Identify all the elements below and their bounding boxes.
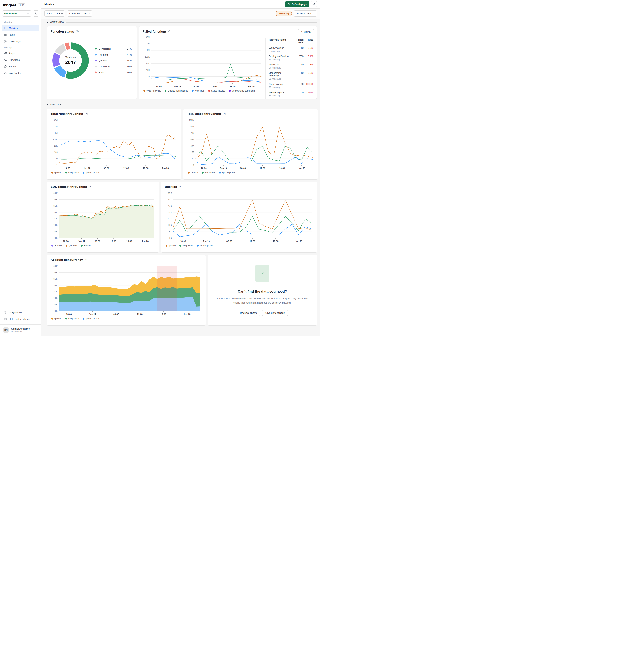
command-k-shortcut[interactable]: ⌘ K — [18, 3, 25, 7]
help-icon[interactable]: ? — [89, 186, 91, 188]
table-row[interactable]: Stripe invoice25 mins ago600.07% — [269, 83, 313, 88]
table-row[interactable]: Web Analytics35 mins ago501.67% — [269, 91, 313, 97]
request-charts-button[interactable]: Request charts — [237, 310, 260, 316]
refresh-icon — [288, 3, 290, 5]
company-name: Company name — [11, 327, 30, 330]
legend-item: Queued15% — [95, 59, 132, 62]
table-row[interactable]: Web Analytics5 mins ago100.5% — [269, 46, 313, 53]
svg-text:1M: 1M — [55, 132, 58, 134]
help-icon[interactable]: ? — [85, 113, 88, 115]
card-title: Function status — [50, 30, 74, 33]
backlog-card: Backlog? 35 K30 K25 K20 K15 K10 K5 K0 K1… — [161, 182, 317, 253]
environment-selector[interactable]: Production — [2, 10, 31, 17]
chart-legend: growthinngestbotgithub-pr-bot — [187, 171, 314, 174]
svg-text:5 K: 5 K — [55, 303, 58, 305]
webhooks-icon — [4, 72, 7, 75]
svg-text:100: 100 — [191, 151, 194, 153]
svg-text:25 K: 25 K — [168, 205, 172, 207]
svg-text:10: 10 — [55, 157, 58, 160]
legend-item: Completed24% — [95, 47, 132, 50]
total-runs-chart: 100M10M1M100K10K10010118:00Jun 1906:0012… — [50, 118, 177, 171]
legend-item: Web Analytics — [143, 89, 161, 92]
environment-filter-button[interactable] — [33, 10, 39, 17]
legend-item: growth — [51, 171, 61, 174]
main: Metrics Refresh page Apps All Functions — [42, 0, 320, 336]
svg-text:10: 10 — [192, 157, 194, 160]
help-icon[interactable]: ? — [85, 259, 87, 261]
backlog-chart: 35 K30 K25 K20 K15 K10 K5 K0 K18:00Jun 1… — [165, 191, 313, 244]
sidebar-item-apps[interactable]: Apps — [2, 50, 39, 56]
svg-text:10 K: 10 K — [53, 224, 58, 226]
svg-text:Jun 19: Jun 19 — [83, 167, 90, 170]
svg-text:06:00: 06:00 — [240, 167, 246, 170]
svg-text:100M: 100M — [53, 119, 58, 121]
sidebar-item-label: Metrics — [9, 27, 18, 29]
table-row[interactable]: Deploy notification10 mins ago7000.1% — [269, 55, 313, 61]
svg-text:Jun 19: Jun 19 — [220, 167, 227, 170]
time-range-selector[interactable]: 24 hours ago — [294, 10, 317, 17]
apps-filter-value: All — [57, 12, 60, 15]
app: inngest ⌘ K Production Monitor Metrics R… — [0, 0, 320, 336]
sidebar-item-events[interactable]: Events — [2, 63, 39, 70]
runs-icon — [4, 33, 7, 36]
page-title: Metrics — [44, 3, 54, 6]
svg-text:1: 1 — [193, 164, 194, 166]
chevron-down-icon — [61, 13, 63, 14]
svg-text:12:00: 12:00 — [211, 85, 217, 88]
failed-functions-chart: 100M10M1M100K10K10010118:00Jun 1906:0012… — [143, 35, 264, 89]
help-icon[interactable]: ? — [76, 30, 78, 33]
table-row[interactable]: Onboarding campaign22 mins ago100.5% — [269, 71, 313, 80]
help-icon[interactable]: ? — [223, 113, 226, 115]
plug-icon — [4, 311, 7, 314]
apps-filter[interactable]: Apps All — [44, 10, 65, 17]
sidebar-item-metrics[interactable]: Metrics — [2, 25, 39, 31]
svg-text:10 K: 10 K — [168, 224, 172, 226]
help-icon[interactable]: ? — [179, 186, 181, 188]
svg-text:0 K: 0 K — [55, 310, 58, 312]
view-all-button[interactable]: ↗ View all — [298, 29, 314, 34]
legend-item: Cancelled10% — [95, 65, 132, 68]
table-row[interactable]: New lead20 mins ago400.3% — [269, 63, 313, 69]
card-title: Account concurrency — [50, 258, 83, 262]
svg-text:100K: 100K — [189, 138, 194, 140]
svg-text:100K: 100K — [145, 56, 150, 58]
help-icon[interactable]: ? — [168, 30, 171, 33]
svg-text:0 K: 0 K — [55, 237, 58, 239]
functions-filter[interactable]: Functions All — [67, 10, 92, 17]
svg-text:0 K: 0 K — [169, 237, 172, 239]
environment-value: Production — [4, 12, 17, 15]
refresh-page-button[interactable]: Refresh page — [285, 1, 309, 7]
svg-text:1M: 1M — [191, 132, 194, 134]
svg-text:18:00: 18:00 — [64, 167, 70, 170]
svg-text:1: 1 — [57, 164, 58, 166]
legend-item: github-pr-bot — [83, 171, 99, 174]
svg-text:12:00: 12:00 — [137, 313, 143, 316]
svg-text:1M: 1M — [147, 49, 150, 51]
svg-text:06:00: 06:00 — [94, 240, 100, 243]
sidebar-item-event-logs[interactable]: Event logs — [2, 38, 39, 44]
sidebar-item-label: Runs — [9, 33, 15, 36]
collapse-triangle-icon: ▼ — [47, 104, 48, 105]
sidebar-item-webhooks[interactable]: Webhooks — [2, 70, 39, 76]
volume-section-header[interactable]: ▼ VOLUME — [47, 101, 317, 109]
sidebar-item-integrations[interactable]: Integrations — [2, 309, 39, 315]
svg-text:06:00: 06:00 — [193, 85, 199, 88]
section-label: OVERVIEW — [50, 21, 64, 24]
svg-text:10K: 10K — [146, 62, 150, 65]
svg-text:18:00: 18:00 — [63, 240, 69, 243]
account-switcher[interactable]: CN Company name User name — [0, 324, 41, 335]
svg-text:Jun 20: Jun 20 — [295, 240, 302, 243]
legend-item: github-pr-bot — [219, 171, 235, 174]
overview-section-header[interactable]: ▼ OVERVIEW — [47, 18, 317, 26]
function-status-card: Function status ? Total runs 2047 Comple… — [47, 26, 137, 99]
svg-text:1: 1 — [148, 82, 150, 84]
sidebar-item-help-feedback[interactable]: Help and feedback — [2, 316, 39, 322]
svg-text:18:00: 18:00 — [156, 85, 162, 88]
sidebar-item-functions[interactable]: Functions — [2, 57, 39, 63]
settings-button[interactable] — [311, 1, 317, 7]
give-feedback-button[interactable]: Give us feedback — [262, 310, 288, 316]
legend-item: inngestbot — [179, 244, 193, 247]
sidebar-item-runs[interactable]: Runs — [2, 31, 39, 38]
svg-text:12:00: 12:00 — [260, 167, 265, 170]
svg-text:30 K: 30 K — [53, 271, 58, 274]
